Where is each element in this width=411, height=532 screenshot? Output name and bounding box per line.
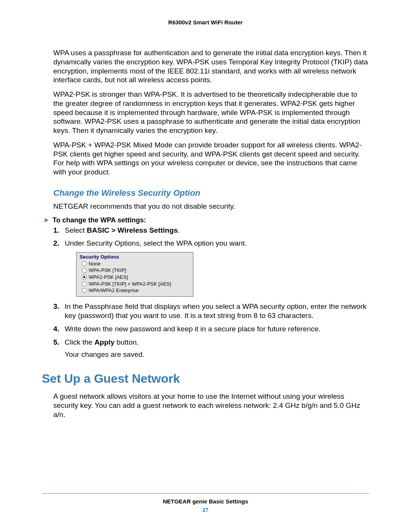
step-3: In the Passphrase field that displays wh…	[53, 302, 369, 321]
radio-option-mixed[interactable]: WPA-PSK [TKIP] + WPA2-PSK [AES]	[82, 281, 190, 288]
heading-guest-network: Set Up a Guest Network	[42, 372, 369, 386]
radio-icon	[82, 281, 87, 286]
security-options-title: Security Options	[80, 254, 190, 260]
step-5-result: Your changes are saved.	[65, 350, 369, 359]
radio-option-wpa2-psk[interactable]: WPA2-PSK [AES]	[82, 274, 190, 281]
recommend-text: NETGEAR recommends that you do not disab…	[53, 202, 369, 211]
step-2: Under Security Options, select the WPA o…	[53, 239, 369, 248]
radio-label: WPA-PSK [TKIP]	[89, 267, 126, 274]
step-5: Click the Apply button. Your changes are…	[53, 338, 369, 359]
paragraph-wpa: WPA uses a passphrase for authentication…	[53, 48, 369, 85]
step-1: Select BASIC > Wireless Settings.	[53, 226, 369, 235]
document-page: R6300v2 Smart WiFi Router WPA uses a pas…	[0, 0, 411, 532]
footer-rule	[42, 493, 369, 494]
radio-label: WPA2-PSK [AES]	[89, 274, 128, 281]
procedure-heading: ➤ To change the WPA settings:	[44, 216, 369, 224]
content-area: WPA uses a passphrase for authentication…	[53, 48, 369, 419]
security-options-panel: Security Options None WPA-PSK [TKIP] WPA…	[76, 252, 193, 297]
radio-icon	[82, 268, 87, 273]
step-1-bold: BASIC > Wireless Settings	[87, 226, 178, 234]
radio-option-wpa-psk[interactable]: WPA-PSK [TKIP]	[82, 267, 190, 274]
radio-label: WPA/WPA2 Enterprise	[89, 287, 139, 294]
radio-icon	[82, 288, 87, 293]
steps-list-continued: In the Passphrase field that displays wh…	[53, 302, 369, 359]
step-5-bold: Apply	[94, 338, 115, 346]
paragraph-guest: A guest network allows visitors at your …	[53, 392, 369, 419]
radio-option-enterprise[interactable]: WPA/WPA2 Enterprise	[82, 287, 190, 294]
footer-page-number: 27	[42, 507, 369, 513]
steps-list: Select BASIC > Wireless Settings. Under …	[53, 226, 369, 248]
triangle-arrow-icon: ➤	[44, 217, 49, 224]
footer-title: NETGEAR genie Basic Settings	[42, 498, 369, 505]
page-footer: NETGEAR genie Basic Settings 27	[42, 493, 369, 513]
paragraph-mixed: WPA-PSK + WPA2-PSK Mixed Mode can provid…	[53, 141, 369, 177]
procedure-title: To change the WPA settings:	[53, 216, 146, 224]
paragraph-wpa2: WPA2-PSK is stronger than WPA-PSK. It is…	[53, 90, 369, 135]
radio-label: None	[89, 260, 100, 267]
subheading-change-security: Change the Wireless Security Option	[53, 188, 369, 198]
radio-icon	[82, 261, 87, 266]
radio-label: WPA-PSK [TKIP] + WPA2-PSK [AES]	[89, 281, 171, 288]
step-4: Write down the new password and keep it …	[53, 324, 369, 334]
page-header: R6300v2 Smart WiFi Router	[42, 19, 369, 26]
radio-option-none[interactable]: None	[82, 260, 190, 267]
radio-icon-selected	[82, 275, 87, 280]
